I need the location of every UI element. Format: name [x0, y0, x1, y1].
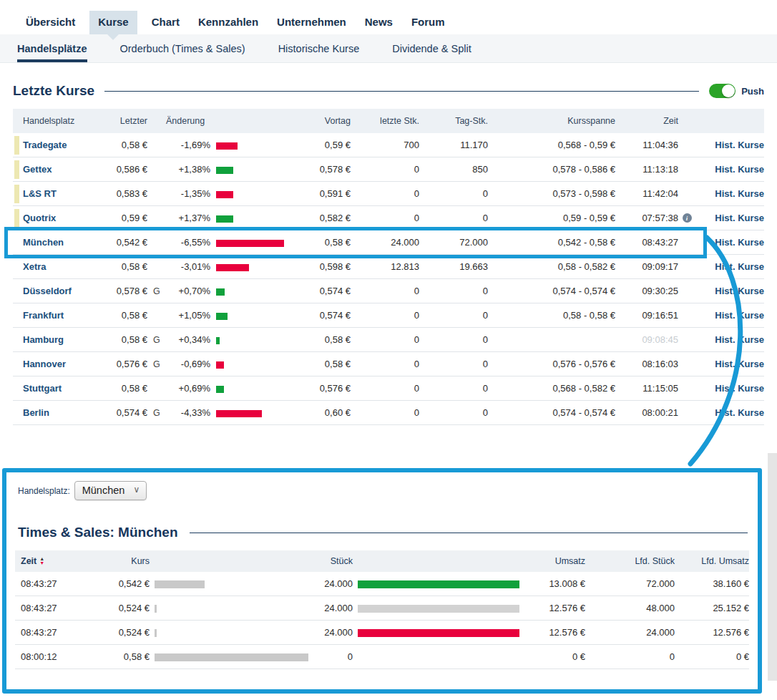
- venue-link[interactable]: Gettex: [23, 164, 96, 175]
- venue-link[interactable]: Hannover: [23, 359, 96, 369]
- realtime-marker: [14, 160, 19, 179]
- cell-kursspanne: 0,573 - 0,598 €: [488, 188, 615, 199]
- divider: [104, 91, 699, 92]
- cell-zeit: 08:43:27: [615, 237, 678, 248]
- scrollbar[interactable]: [768, 453, 777, 681]
- handelsplatz-select[interactable]: München ∨: [74, 481, 147, 500]
- cell-vortag: 0,582 €: [293, 213, 351, 223]
- change-bar: [216, 337, 220, 344]
- cell-zeit: 07:57:38: [615, 213, 678, 223]
- hist-kurse-link[interactable]: Hist. Kurse: [695, 286, 764, 296]
- nav-tab-uebersicht[interactable]: Übersicht: [21, 11, 79, 34]
- cell-kursspanne: 0,574 - 0,574 €: [488, 286, 615, 296]
- subnav-tab-handelsplaetze[interactable]: Handelsplätze: [17, 34, 87, 62]
- cell-flag: G: [147, 408, 166, 418]
- hist-kurse-link[interactable]: Hist. Kurse: [695, 359, 764, 369]
- nav-tab-news[interactable]: News: [361, 11, 397, 34]
- cell-tag-stk: 0: [419, 359, 488, 369]
- hist-kurse-link[interactable]: Hist. Kurse: [695, 188, 764, 199]
- table-row: Stuttgart 0,58 € +0,69% 0,576 € 0 0 0,56…: [13, 376, 764, 401]
- nav-tab-unternehmen[interactable]: Unternehmen: [273, 11, 351, 34]
- cell-lfd-umsatz: 0 €: [675, 651, 749, 662]
- change-bar: [216, 410, 262, 417]
- change-bar: [216, 191, 233, 198]
- cell-flag: G: [147, 335, 166, 345]
- cell-vortag: 0,58 €: [293, 237, 351, 248]
- cell-change: -6,55%: [166, 237, 210, 248]
- cell-zeit: 08:16:03: [615, 359, 678, 369]
- hist-kurse-link[interactable]: Hist. Kurse: [695, 164, 764, 175]
- cell-vortag: 0,58 €: [293, 359, 351, 369]
- venue-link[interactable]: München: [23, 237, 96, 248]
- table-row: Tradegate 0,58 € -1,69% 0,59 € 700 11.17…: [13, 133, 764, 157]
- col-zeit-sort[interactable]: Zeit ▲ ▼: [15, 556, 72, 566]
- hist-kurse-link[interactable]: Hist. Kurse: [695, 310, 764, 321]
- cell-tag-stk: 11.170: [419, 140, 488, 150]
- stueck-bar: [358, 629, 519, 637]
- push-label: Push: [741, 86, 764, 97]
- cell-letzte-stk: 12.813: [351, 261, 419, 272]
- cell-change: -1,35%: [166, 188, 210, 199]
- table-row: Hannover 0,576 € G -0,69% 0,58 € 0 0 0,5…: [13, 352, 764, 376]
- cell-letzter: 0,576 €: [96, 359, 147, 369]
- cell-zeit: 09:08:45: [615, 334, 678, 345]
- col-zeit: Zeit: [615, 116, 678, 126]
- push-toggle[interactable]: [709, 84, 736, 98]
- subnav-tab-historische-kurse[interactable]: Historische Kurse: [278, 34, 360, 62]
- venue-link[interactable]: Düsseldorf: [23, 286, 96, 296]
- change-bar: [216, 167, 233, 174]
- venue-link[interactable]: Frankfurt: [23, 310, 96, 321]
- times-sales-panel: Handelsplatz: München ∨ Times & Sales: M…: [2, 468, 762, 694]
- hist-kurse-link[interactable]: Hist. Kurse: [695, 334, 764, 345]
- cell-zeit: 08:43:27: [15, 578, 72, 589]
- times-sales-header: Zeit ▲ ▼ Kurs Stück Umsatz Lfd. Stück Lf…: [15, 550, 749, 572]
- cell-tag-stk: 0: [419, 188, 488, 199]
- venue-link[interactable]: Tradegate: [23, 140, 96, 150]
- nav-tab-kennzahlen[interactable]: Kennzahlen: [194, 11, 263, 34]
- cell-vortag: 0,574 €: [293, 286, 351, 296]
- hist-kurse-link[interactable]: Hist. Kurse: [695, 407, 764, 418]
- col-tag-stk: Tag-Stk.: [419, 116, 488, 126]
- cell-kursspanne: 0,542 - 0,58 €: [488, 237, 615, 248]
- table-row: Xetra 0,58 € -3,01% 0,598 € 12.813 19.66…: [13, 255, 764, 279]
- cell-tag-stk: 0: [419, 407, 488, 418]
- cell-tag-stk: 0: [419, 383, 488, 394]
- cell-tag-stk: 0: [419, 213, 488, 223]
- kurs-bar: [155, 629, 157, 637]
- chevron-down-icon: ∨: [134, 485, 140, 495]
- cell-zeit: 11:15:05: [615, 383, 678, 394]
- cell-kursspanne: 0,58 - 0,582 €: [488, 261, 615, 272]
- cell-change: +1,38%: [166, 164, 210, 175]
- divider: [190, 533, 748, 533]
- cell-stueck: 24.000: [308, 578, 353, 589]
- hist-kurse-link[interactable]: Hist. Kurse: [695, 140, 764, 150]
- nav-tab-kurse[interactable]: Kurse: [89, 11, 137, 34]
- venue-link[interactable]: Hamburg: [23, 334, 96, 345]
- venue-link[interactable]: Stuttgart: [23, 383, 96, 394]
- table-row: Quotrix 0,59 € +1,37% 0,582 € 0 0 0,59 -…: [13, 206, 764, 230]
- hist-kurse-link[interactable]: Hist. Kurse: [695, 261, 764, 272]
- col-zeit-label: Zeit: [21, 556, 36, 566]
- venue-link[interactable]: Xetra: [23, 261, 96, 272]
- cell-kursspanne: 0,568 - 0,582 €: [488, 383, 615, 394]
- nav-tab-chart[interactable]: Chart: [147, 11, 184, 34]
- cell-umsatz: 12.576 €: [524, 627, 585, 638]
- hist-kurse-link[interactable]: Hist. Kurse: [695, 237, 764, 248]
- col-letzter: Letzter: [96, 116, 147, 126]
- venue-link[interactable]: L&S RT: [23, 188, 96, 199]
- venue-link[interactable]: Quotrix: [23, 213, 96, 223]
- venue-link[interactable]: Berlin: [23, 407, 96, 418]
- info-icon[interactable]: i: [683, 213, 692, 223]
- cell-letzter: 0,586 €: [96, 164, 147, 175]
- hist-kurse-link[interactable]: Hist. Kurse: [695, 213, 764, 223]
- cell-tag-stk: 850: [419, 164, 488, 175]
- nav-tab-forum[interactable]: Forum: [407, 11, 449, 34]
- trade-row: 08:00:12 0,58 € 0 0 € 0 0 €: [15, 645, 749, 669]
- subnav-tab-orderbuch[interactable]: Orderbuch (Times & Sales): [120, 34, 245, 62]
- change-bar: [216, 288, 225, 296]
- cell-zeit: 08:43:27: [15, 603, 72, 613]
- cell-letzter: 0,574 €: [96, 407, 147, 418]
- hist-kurse-link[interactable]: Hist. Kurse: [695, 383, 764, 394]
- cell-zeit: 08:00:21: [615, 407, 678, 418]
- subnav-tab-dividende-split[interactable]: Dividende & Split: [392, 34, 471, 62]
